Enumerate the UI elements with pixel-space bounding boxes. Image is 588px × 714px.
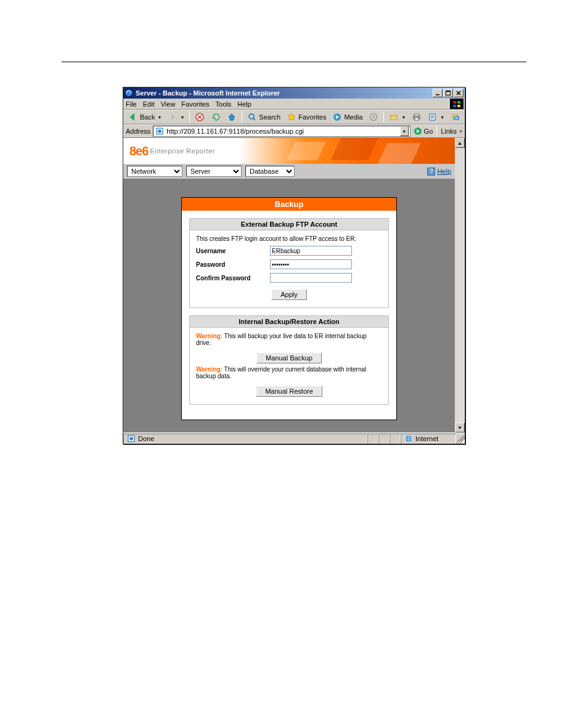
section2-header: Internal Backup/Restore Action [190,316,388,328]
nav-database-select[interactable]: Database [245,166,295,177]
scroll-up-button[interactable]: ▲ [455,138,465,148]
favorites-button[interactable]: Favorites [284,111,329,123]
status-zone: Internet [415,435,438,442]
internet-zone-icon [404,434,414,444]
confirm-password-input[interactable] [270,273,352,283]
windows-flag-icon [450,99,463,109]
svg-point-19 [129,437,133,440]
nav-server-select[interactable]: Server [186,166,242,177]
menu-tools[interactable]: Tools [216,100,232,108]
logo: 8e6 [129,144,148,158]
username-label: Username [196,248,270,254]
media-button[interactable]: Media [330,111,365,123]
page-icon [155,126,165,136]
discuss-icon [451,112,460,122]
print-icon [412,112,422,122]
links-label[interactable]: Links [441,128,457,135]
search-icon [247,112,257,122]
close-button[interactable] [454,89,463,97]
stop-button[interactable] [192,111,207,123]
history-button[interactable] [366,111,381,123]
svg-point-5 [249,114,254,119]
scroll-track[interactable] [455,148,465,423]
edit-icon [428,112,438,122]
svg-rect-3 [446,91,451,92]
minimize-button[interactable] [433,89,443,97]
svg-rect-11 [415,118,419,120]
svg-rect-1 [436,94,439,95]
page-rule [62,62,526,62]
done-icon [126,434,136,444]
manual-backup-button[interactable]: Manual Backup [256,352,322,363]
forward-button[interactable]: ▼ [165,111,187,123]
address-input-wrap: ▼ [153,126,410,137]
forward-arrow-icon [168,112,178,122]
manual-restore-button[interactable]: Manual Restore [256,386,322,397]
svg-rect-14 [454,116,459,120]
address-dropdown[interactable]: ▼ [400,126,409,136]
back-button[interactable]: Back ▼ [126,111,164,123]
vertical-scrollbar[interactable]: ▲ ▼ [455,138,465,432]
menu-edit[interactable]: Edit [143,100,155,108]
statusbar: Done Internet [123,432,465,444]
menu-favorites[interactable]: Favorites [181,100,209,108]
home-icon [227,112,237,122]
favorites-label: Favorites [298,113,326,121]
warning-backup: Warning: This will backup your live data… [196,333,382,346]
panel-title: Backup [182,198,396,211]
toolbar: Back ▼ ▼ Search [123,110,465,124]
apply-button[interactable]: Apply [271,289,307,300]
browser-window: Server - Backup - Microsoft Internet Exp… [123,87,465,444]
titlebar: Server - Backup - Microsoft Internet Exp… [123,87,465,99]
stop-icon [195,112,205,122]
address-label: Address [126,128,150,135]
section-internal-backup: Internal Backup/Restore Action Warning: … [189,315,389,405]
ie-icon [125,89,133,97]
addressbar: Address ▼ Go Links » [123,124,465,138]
warning-label-2: Warning: [196,366,223,373]
nav-row: Network Server Database ? Help [123,164,455,179]
back-arrow-icon [128,112,138,122]
media-label: Media [344,113,362,121]
logo-subtitle: Enterprise Reporter [150,147,215,155]
confirm-password-label: Confirm Password [196,275,270,282]
svg-point-16 [158,129,161,133]
banner: 8e6 Enterprise Reporter [123,138,455,164]
username-input[interactable] [270,246,352,256]
refresh-button[interactable] [208,111,223,123]
search-button[interactable]: Search [245,111,283,123]
menu-view[interactable]: View [161,100,176,108]
mail-icon [389,112,399,122]
mail-button[interactable]: ▼ [386,111,408,123]
media-icon [332,112,342,122]
history-icon [369,112,378,122]
edit-button[interactable]: ▼ [425,111,447,123]
resize-grip[interactable] [456,434,465,444]
maximize-button[interactable] [443,89,453,97]
section-external-backup: External Backup FTP Account This creates… [189,218,389,308]
section1-desc: This creates FTP login account to allow … [196,235,382,242]
warning-restore: Warning: This will override your current… [196,366,382,379]
address-input[interactable] [166,128,398,135]
password-input[interactable] [270,259,352,269]
menu-help[interactable]: Help [237,100,251,108]
refresh-icon [211,112,221,122]
go-button[interactable]: Go [413,126,433,136]
menu-file[interactable]: File [126,100,137,108]
section1-header: External Backup FTP Account [190,219,388,230]
home-button[interactable] [224,111,239,123]
back-label: Back [140,113,155,121]
password-label: Password [196,261,270,268]
menubar: File Edit View Favorites Tools Help [123,99,465,110]
print-button[interactable] [409,111,424,123]
help-link[interactable]: Help [437,168,451,175]
nav-network-select[interactable]: Network [127,166,182,177]
scroll-down-button[interactable]: ▼ [455,423,465,432]
warning-label-1: Warning: [196,333,223,339]
discuss-button[interactable] [448,111,463,123]
go-label: Go [424,128,433,135]
search-label: Search [259,113,280,121]
favorites-icon [287,112,296,122]
backup-panel: Backup External Backup FTP Account This … [181,197,397,420]
status-done: Done [138,435,154,442]
